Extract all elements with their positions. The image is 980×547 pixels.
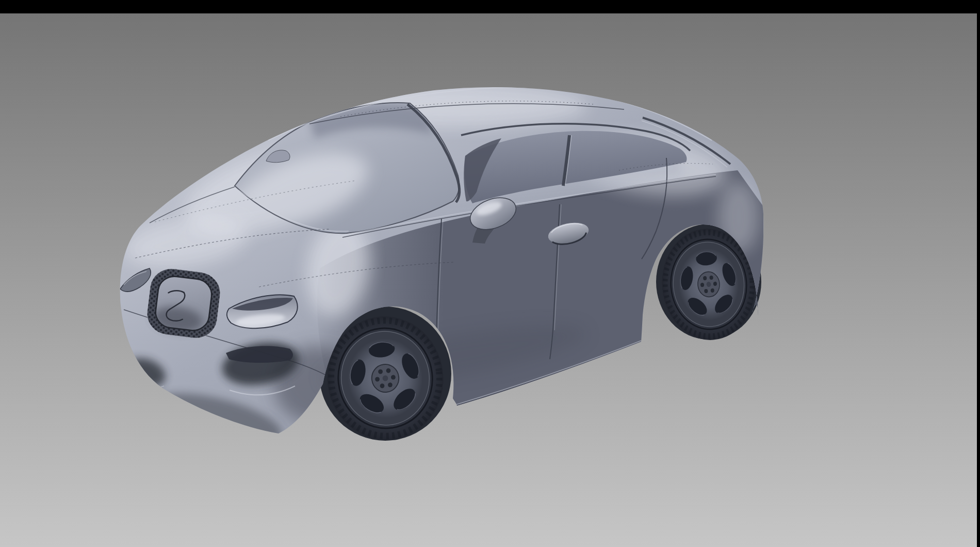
cad-3d-viewport[interactable]: [0, 13, 977, 547]
right-letterbox-bar: [977, 0, 980, 547]
top-letterbox-bar: [0, 0, 980, 13]
car-model-render: [0, 0, 980, 547]
app-screen: [0, 0, 980, 547]
grille: [145, 266, 223, 341]
